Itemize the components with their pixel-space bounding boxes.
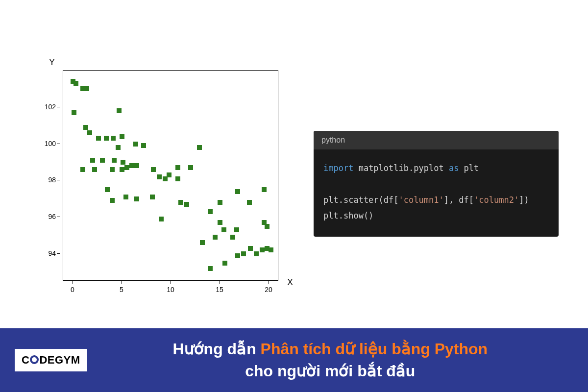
plot-area bbox=[63, 70, 278, 281]
data-point bbox=[157, 174, 162, 179]
data-point bbox=[90, 158, 95, 163]
code-language-label: python bbox=[314, 131, 559, 149]
y-tick-mark bbox=[57, 144, 60, 144]
y-tick-label: 102 bbox=[45, 103, 56, 111]
logo-o-icon bbox=[30, 355, 39, 364]
x-tick-label: 5 bbox=[120, 286, 123, 294]
data-point bbox=[121, 160, 125, 165]
code-line-1: import matplotlib.pyplot as plt bbox=[323, 160, 549, 176]
data-point bbox=[116, 145, 121, 150]
x-tick-mark bbox=[220, 281, 220, 284]
x-tick-mark bbox=[269, 281, 269, 284]
code-line-3: plt.show() bbox=[323, 208, 549, 223]
data-point bbox=[141, 143, 146, 148]
data-point bbox=[167, 172, 172, 177]
data-point bbox=[110, 167, 115, 172]
data-point bbox=[134, 196, 139, 201]
data-point bbox=[96, 136, 101, 141]
data-point bbox=[200, 240, 205, 245]
scatter-chart: Y X 949698100102 05101520 bbox=[34, 61, 289, 306]
data-point bbox=[133, 142, 138, 147]
data-point bbox=[247, 200, 252, 205]
data-point bbox=[197, 145, 202, 150]
x-tick-mark bbox=[73, 281, 73, 284]
x-tick-label: 10 bbox=[167, 286, 174, 294]
y-tick-mark bbox=[57, 253, 60, 254]
y-tick-mark bbox=[57, 217, 60, 217]
data-point bbox=[208, 266, 213, 271]
main-content: Y X 949698100102 05101520 python import … bbox=[0, 0, 588, 318]
code-body: import matplotlib.pyplot as plt plt.scat… bbox=[314, 149, 559, 236]
data-point bbox=[117, 108, 122, 113]
data-point bbox=[184, 202, 189, 207]
y-tick-label: 94 bbox=[48, 249, 56, 257]
data-point bbox=[213, 235, 218, 240]
data-point bbox=[175, 176, 180, 181]
data-point bbox=[235, 253, 240, 258]
data-point bbox=[111, 136, 116, 141]
code-blank-line bbox=[323, 176, 549, 192]
data-point bbox=[230, 235, 235, 240]
banner-title: Hướng dẫn Phân tích dữ liệu bằng Python … bbox=[87, 338, 573, 382]
data-point bbox=[248, 246, 253, 251]
data-point bbox=[134, 163, 139, 168]
data-point bbox=[178, 200, 183, 205]
data-point bbox=[104, 136, 109, 141]
logo-text: CDEGYM bbox=[22, 354, 80, 367]
code-line-2: plt.scatter(df['column1'], df['column2']… bbox=[323, 192, 549, 208]
y-tick-label: 100 bbox=[45, 140, 56, 147]
data-point bbox=[218, 200, 222, 205]
y-axis-label: Y bbox=[49, 57, 55, 68]
data-point bbox=[151, 167, 156, 172]
data-point bbox=[74, 81, 78, 86]
data-point bbox=[235, 189, 240, 194]
code-snippet: python import matplotlib.pyplot as plt p… bbox=[314, 131, 559, 236]
logo: CDEGYM bbox=[15, 349, 87, 371]
data-point bbox=[222, 261, 227, 266]
y-tick-label: 98 bbox=[48, 176, 56, 184]
data-point bbox=[234, 227, 239, 232]
data-point bbox=[260, 247, 265, 252]
x-tick-mark bbox=[171, 281, 171, 284]
data-point bbox=[120, 167, 124, 172]
data-point bbox=[254, 251, 259, 256]
data-point bbox=[241, 251, 246, 256]
y-tick-mark bbox=[57, 180, 60, 180]
x-axis-ticks: 05101520 bbox=[63, 281, 278, 300]
x-axis-label: X bbox=[287, 277, 293, 288]
data-point bbox=[159, 217, 164, 221]
data-point bbox=[269, 247, 273, 252]
data-point bbox=[105, 187, 110, 192]
footer-banner: CDEGYM Hướng dẫn Phân tích dữ liệu bằng … bbox=[0, 328, 588, 392]
y-axis-ticks: 949698100102 bbox=[34, 70, 60, 281]
data-point bbox=[208, 209, 213, 214]
data-point bbox=[221, 227, 226, 232]
data-point bbox=[218, 220, 222, 225]
data-point bbox=[265, 224, 270, 229]
data-point bbox=[80, 167, 85, 172]
data-point bbox=[129, 163, 134, 168]
data-point bbox=[72, 110, 76, 115]
data-point bbox=[92, 167, 97, 172]
data-point bbox=[150, 195, 155, 199]
data-point bbox=[83, 125, 88, 130]
data-point bbox=[87, 130, 92, 135]
data-point bbox=[84, 86, 89, 91]
y-tick-mark bbox=[57, 107, 60, 107]
x-tick-label: 15 bbox=[216, 286, 223, 294]
data-point bbox=[112, 158, 117, 163]
data-point bbox=[110, 198, 115, 203]
data-point bbox=[124, 165, 129, 170]
data-point bbox=[188, 165, 193, 170]
data-point bbox=[100, 158, 105, 163]
data-point bbox=[120, 134, 124, 139]
x-tick-mark bbox=[122, 281, 122, 284]
data-point bbox=[123, 195, 128, 199]
data-point bbox=[262, 187, 267, 192]
x-tick-label: 20 bbox=[265, 286, 272, 294]
data-point bbox=[175, 165, 180, 170]
y-tick-label: 96 bbox=[48, 213, 56, 220]
x-tick-label: 0 bbox=[71, 286, 74, 294]
